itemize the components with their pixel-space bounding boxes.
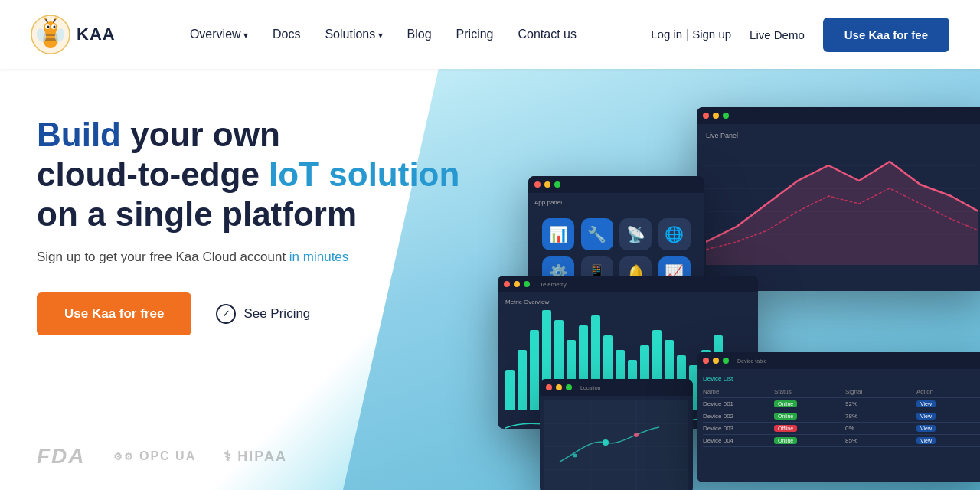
svg-point-5 [47,26,50,28]
svg-rect-19 [544,400,688,490]
nav-solutions[interactable]: Solutions [325,28,382,41]
app-icon-4: 🌐 [658,218,691,250]
map-content [540,396,693,490]
logo-text: KAA [77,24,116,44]
svg-point-2 [44,21,57,35]
chart-pink-grid [706,142,978,273]
hero-buttons: Use Kaa for free ✓ See Pricing [37,292,459,335]
hero-title-build: Build [37,116,121,153]
logo-icon [31,15,70,54]
svg-point-6 [54,26,56,28]
live-demo-link[interactable]: Live Demo [750,28,805,41]
dot-yellow [713,113,719,119]
map-svg [544,400,688,490]
map-screen: Location [540,379,693,490]
table-row-header: Name Status Signal Action [703,386,980,398]
screen-bar-5: Device table [697,352,980,369]
chart-pink-inner: Live Panel [697,124,980,285]
trust-logos: FDA ⚙⚙ OPC UA ⚕ HIPAA [37,444,287,469]
hero-title-iot: IoT solution [269,155,459,193]
logo[interactable]: KAA [31,15,116,54]
nav-auth: Log in | Sign up [651,28,731,41]
svg-point-9 [44,18,47,20]
table-content: Device List Name Status Signal Action De… [697,369,980,453]
hero-subtitle: Sign up to get your free Kaa Cloud accou… [37,250,459,265]
login-link[interactable]: Log in [651,28,682,41]
app-icon-3: 📡 [619,218,652,250]
navbar: KAA Overview Docs Solutions Blog Pricing… [0,0,980,69]
use-kaa-nav-button[interactable]: Use Kaa for fee [823,18,949,52]
hero-section: Build your own cloud-to-edge IoT solutio… [0,69,980,490]
hipaa-logo: ⚕ HIPAA [224,448,287,465]
nav-docs[interactable]: Docs [273,28,300,41]
nav-overview[interactable]: Overview [190,28,248,41]
table-row-3: Device 003 Offline 0% View [703,423,980,435]
svg-point-25 [603,439,609,446]
svg-point-26 [634,433,639,437]
signup-link[interactable]: Sign up [692,28,731,41]
dot-red [703,113,709,119]
svg-point-10 [55,18,57,20]
auth-separator: | [686,28,693,41]
table-row-4: Device 004 Online 85% View [703,435,980,447]
nav-right: Log in | Sign up Live Demo Use Kaa for f… [651,18,949,52]
table-row-2: Device 002 Online 78% View [703,410,980,423]
table-screen: Device table Device List Name Status Sig… [697,352,980,482]
chart-title: Live Panel [706,132,978,139]
fda-logo: FDA [37,444,86,469]
hero-title: Build your own cloud-to-edge IoT solutio… [37,115,459,234]
dashboard-screenshots: Live Panel [413,77,980,490]
chart-pink-screen: Live Panel [697,107,980,291]
screen-bar-4: Location [540,379,693,396]
hero-content: Build your own cloud-to-edge IoT solutio… [37,115,459,335]
screen-bar-2 [528,176,704,193]
opc-logo: ⚙⚙ OPC UA [113,449,197,463]
app-icon-1: 📊 [542,218,574,250]
table-row-1: Device 001 Online 92% View [703,398,980,410]
pricing-icon: ✓ [216,304,236,324]
see-pricing-link[interactable]: ✓ See Pricing [216,304,310,324]
hero-minutes: in minutes [289,250,348,264]
chart-svg [706,142,978,265]
nav-links: Overview Docs Solutions Blog Pricing Con… [190,28,577,41]
nav-blog[interactable]: Blog [407,28,432,41]
dot-green [723,113,729,119]
nav-contact[interactable]: Contact us [518,28,577,41]
nav-pricing[interactable]: Pricing [456,28,494,41]
screen-bar-3: Telemetry [498,276,758,292]
svg-point-27 [573,454,577,458]
screen-bar-1 [697,107,980,124]
app-icon-2: 🔧 [581,218,613,250]
use-kaa-free-button[interactable]: Use Kaa for free [37,292,191,335]
